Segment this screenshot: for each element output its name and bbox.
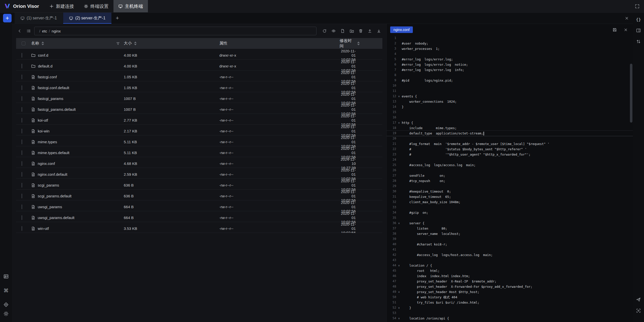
code-line[interactable]: 28 #tcp_nopush on; <box>387 178 633 184</box>
fold-chevron-icon[interactable] <box>396 258 402 263</box>
close-sftp-panel-icon[interactable] <box>623 14 630 22</box>
row-checkbox[interactable] <box>22 172 22 177</box>
close-editor-icon[interactable] <box>622 26 629 33</box>
fold-chevron-icon[interactable] <box>396 300 402 305</box>
add-tab-icon[interactable]: + <box>112 15 123 21</box>
fold-chevron-icon[interactable] <box>396 279 402 284</box>
code-line[interactable]: 6 #error_log logs/error.log notice; <box>387 62 633 67</box>
fold-chevron-icon[interactable] <box>396 157 402 162</box>
row-name[interactable]: nginx.conf <box>38 161 55 166</box>
row-checkbox[interactable] <box>22 150 22 155</box>
code-line[interactable]: 51 try_files $uri $uri/ /index.html; <box>387 300 633 305</box>
code-line[interactable]: 12 ∨ events { <box>387 94 633 99</box>
row-name[interactable]: koi-win <box>38 129 50 133</box>
row-name[interactable]: fastcgi.conf.default <box>38 86 69 90</box>
new-file-icon[interactable] <box>339 27 346 34</box>
code-line[interactable]: 39 <box>387 236 633 242</box>
code-line[interactable]: 33 <box>387 205 633 210</box>
code-line[interactable]: 30 #keepalive_timeout 0; <box>387 189 633 194</box>
code-line[interactable]: 20 <box>387 136 633 141</box>
table-row[interactable]: default.d 4.00 KB drwxr-xr-x 2020-11-01 … <box>16 60 382 70</box>
fold-chevron-icon[interactable] <box>396 210 402 215</box>
code-line[interactable]: 32 client_max_body_size 1048m; <box>387 199 633 205</box>
row-name[interactable]: win-utf <box>38 226 49 231</box>
fold-chevron-icon[interactable] <box>396 41 402 46</box>
fold-chevron-icon[interactable] <box>396 51 402 57</box>
table-row[interactable]: koi-win 2.17 KB -rw-r--r-- 2020-11-01 10… <box>16 125 382 135</box>
fold-chevron-icon[interactable] <box>396 284 402 289</box>
code-line[interactable]: 21 #log_format main '$remote_addr - $rem… <box>387 141 633 147</box>
fold-chevron-icon[interactable] <box>396 247 402 252</box>
row-checkbox[interactable] <box>22 85 22 90</box>
code-line[interactable]: 19 default_type application/octet-stream… <box>387 131 633 136</box>
table-row[interactable]: uwsgi_params.default 664 B -rw-r--r-- 20… <box>16 211 382 222</box>
fold-chevron-icon[interactable] <box>396 231 402 236</box>
code-line[interactable]: 38 server_name localhost; <box>387 231 633 236</box>
code-line[interactable]: 54 ∨ location /orion/api { <box>387 316 633 321</box>
fold-chevron-icon[interactable] <box>396 115 402 120</box>
code-line[interactable]: 2 #user nobody; <box>387 41 633 46</box>
fold-chevron-icon[interactable] <box>396 215 402 221</box>
table-row[interactable]: fastcgi_params.default 1007 B -rw-r--r--… <box>16 103 382 114</box>
code-line[interactable]: 47 proxy_set_header X-Real-IP $remote_ad… <box>387 279 633 284</box>
fold-chevron-icon[interactable] <box>396 226 402 231</box>
code-line[interactable]: 26 <box>387 168 633 173</box>
code-line[interactable]: 5 #error_log logs/error.log; <box>387 57 633 62</box>
code-line[interactable]: 53 <box>387 310 633 316</box>
json-braces-icon[interactable]: {} <box>635 16 642 23</box>
menu-host-terminal[interactable]: 主机终端 <box>113 0 148 12</box>
refresh-icon[interactable] <box>321 27 328 34</box>
download-icon[interactable] <box>375 27 382 34</box>
code-line[interactable]: 3 worker_processes 1; <box>387 46 633 51</box>
command-snippet-icon[interactable]: ⌘ <box>2 287 10 294</box>
fold-chevron-icon[interactable] <box>396 152 402 157</box>
fold-chevron-icon[interactable] <box>396 252 402 258</box>
fold-chevron-icon[interactable] <box>396 83 402 88</box>
code-line[interactable]: 10 <box>387 83 633 88</box>
fold-chevron-icon[interactable] <box>396 46 402 51</box>
fold-chevron-icon[interactable] <box>396 199 402 205</box>
code-editor[interactable]: 1 2 #user nobody; 3 worker_processes 1; <box>387 35 633 322</box>
row-name[interactable]: scgi_params.default <box>38 194 71 198</box>
sort-carets[interactable] <box>134 42 137 45</box>
table-row[interactable]: scgi_params 636 B -rw-r--r-- 2020-11-01 … <box>16 179 382 190</box>
code-line[interactable]: 15 <box>387 110 633 115</box>
code-line[interactable]: 27 sendfile on; <box>387 173 633 178</box>
send-command-icon[interactable] <box>635 296 642 303</box>
fold-chevron-icon[interactable]: ∨ <box>396 316 402 321</box>
code-line[interactable]: 37 listen 80; <box>387 226 633 231</box>
code-line[interactable]: 13 worker_connections 1024; <box>387 99 633 104</box>
appearance-icon[interactable] <box>2 301 10 308</box>
new-connection-button[interactable]: + <box>3 14 12 22</box>
settings-gear-icon[interactable] <box>2 310 10 317</box>
fullscreen-icon[interactable] <box>633 3 641 10</box>
row-name[interactable]: nginx.conf.default <box>38 172 67 176</box>
breadcrumb[interactable]: /etc/nginx <box>34 27 316 35</box>
column-header-mtime[interactable]: 修改时间 <box>340 38 379 49</box>
code-line[interactable]: 11 <box>387 88 633 94</box>
fold-chevron-icon[interactable]: ∨ <box>396 94 402 99</box>
fold-chevron-icon[interactable] <box>396 141 402 147</box>
code-line[interactable]: 45 root html; <box>387 268 633 273</box>
sort-transfer-icon[interactable] <box>635 38 642 45</box>
fold-chevron-icon[interactable]: ∨ <box>396 263 402 268</box>
fold-chevron-icon[interactable] <box>396 168 402 173</box>
table-row[interactable]: scgi_params.default 636 B -rw-r--r-- 202… <box>16 190 382 200</box>
column-header-size[interactable]: 大小 <box>124 41 219 46</box>
row-name[interactable]: conf.d <box>38 53 48 57</box>
table-row[interactable]: nginx.conf 4.68 KB -rw-r--r-- 2024-12-10… <box>16 157 382 168</box>
code-line[interactable]: 35 <box>387 215 633 221</box>
code-line[interactable]: 4 <box>387 51 633 57</box>
fold-chevron-icon[interactable] <box>396 236 402 242</box>
fold-chevron-icon[interactable] <box>396 88 402 94</box>
fold-chevron-icon[interactable] <box>396 147 402 152</box>
code-line[interactable]: 18 include mime.types; <box>387 125 633 131</box>
code-line[interactable]: 7 #error_log logs/error.log info; <box>387 67 633 73</box>
row-name[interactable]: mime.types <box>38 140 57 144</box>
table-row[interactable]: koi-utf 2.77 KB -rw-r--r-- 2020-11-01 10… <box>16 114 382 125</box>
fold-chevron-icon[interactable] <box>396 310 402 316</box>
row-name[interactable]: uwsgi_params <box>38 205 62 209</box>
row-name[interactable]: uwsgi_params.default <box>38 216 74 220</box>
code-line[interactable]: 25 #access_log logs/access.log main; <box>387 162 633 168</box>
fold-chevron-icon[interactable] <box>396 67 402 73</box>
